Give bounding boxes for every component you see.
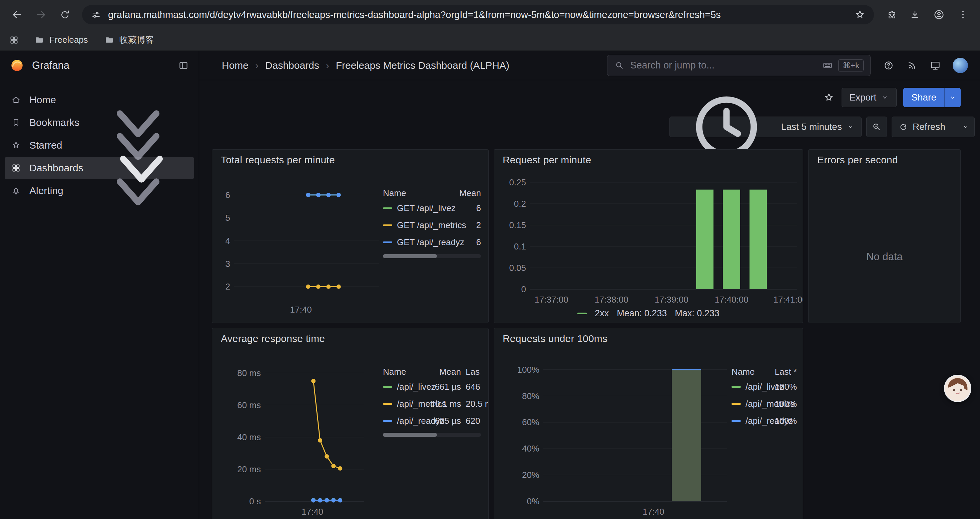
favorite-star-icon[interactable] — [823, 91, 835, 104]
series-label[interactable]: 2xx — [595, 308, 609, 319]
dock-sidebar-icon[interactable] — [177, 59, 189, 72]
refresh-button[interactable]: Refresh — [892, 117, 975, 137]
share-dropdown[interactable] — [944, 88, 961, 107]
extensions-button[interactable] — [880, 4, 902, 26]
svg-text:20 ms: 20 ms — [237, 464, 261, 474]
search-input[interactable]: Search or jump to... ⌘+k — [607, 55, 870, 76]
panel-title[interactable]: Total requests per minute — [221, 154, 335, 166]
legend-row[interactable]: /api/_livez661 µs646 — [383, 378, 481, 395]
panel-total-requests[interactable]: Total requests per minute 2345617:40 Nam… — [212, 149, 488, 323]
reload-button[interactable] — [54, 4, 76, 26]
panel-title[interactable]: Requests under 100ms — [503, 333, 608, 344]
download-icon — [909, 9, 921, 21]
panel-request-per-minute[interactable]: Request per minute 00.050.10.150.20.2517… — [494, 149, 803, 323]
back-button[interactable] — [6, 4, 28, 26]
breadcrumb-item[interactable]: Home — [222, 60, 248, 71]
legend-column-header[interactable]: Mean — [430, 367, 461, 377]
panel-title[interactable]: Errors per second — [817, 154, 898, 166]
panel-title[interactable]: Request per minute — [503, 154, 591, 166]
svg-text:17:38:00: 17:38:00 — [594, 295, 628, 305]
grafana-app: Grafana HomeBookmarksStarredDashboardsAl… — [0, 51, 980, 519]
legend-column-header[interactable]: Name — [383, 188, 449, 198]
panel-requests-under-100ms[interactable]: Requests under 100ms 0%20%40%60%80%100%1… — [494, 328, 803, 519]
breadcrumb-item[interactable]: Dashboards — [265, 60, 319, 71]
average-response-chart[interactable]: 0 s20 ms40 ms60 ms80 ms17:40 — [215, 348, 367, 519]
svg-text:0: 0 — [521, 284, 526, 294]
series-color-chip — [732, 403, 741, 405]
monitor-icon[interactable] — [929, 59, 941, 72]
legend-column-header[interactable]: Name — [732, 367, 767, 377]
legend-row[interactable]: /api/_livez100% — [732, 378, 797, 395]
svg-text:17:40: 17:40 — [643, 507, 664, 517]
chat-widget-avatar[interactable] — [944, 375, 971, 402]
forward-button[interactable] — [30, 4, 52, 26]
user-avatar[interactable] — [953, 58, 968, 73]
export-button[interactable]: Export — [842, 88, 897, 107]
svg-text:60%: 60% — [522, 417, 539, 427]
sidebar-item-label: Home — [29, 94, 56, 105]
time-range-picker[interactable]: Last 5 minutes — [670, 117, 862, 137]
panel-average-response-time[interactable]: Average response time 0 s20 ms40 ms60 ms… — [212, 328, 488, 519]
panel-errors-per-second[interactable]: Errors per second No data — [808, 149, 961, 323]
zoom-out-button[interactable] — [866, 117, 887, 137]
svg-text:80 ms: 80 ms — [237, 368, 261, 378]
series-value: 20.5 r — [461, 399, 481, 409]
series-max: Max: 0.233 — [675, 308, 719, 319]
help-icon[interactable] — [883, 59, 895, 72]
legend-row[interactable]: /api/_metrics40.1 ms20.5 r — [383, 395, 481, 412]
share-button[interactable]: Share — [903, 88, 961, 107]
folder-icon — [104, 35, 115, 45]
chevron-down-icon — [949, 94, 957, 102]
bookmarks-bar: Freeleaps收藏博客 — [0, 29, 980, 51]
legend-scrollbar[interactable] — [383, 254, 481, 258]
zoom-out-icon — [871, 121, 882, 132]
bookmark-star-icon[interactable] — [854, 9, 866, 21]
legend-row[interactable]: /api/_readyz100% — [732, 412, 797, 430]
svg-text:0.2: 0.2 — [514, 199, 526, 209]
legend-scrollbar[interactable] — [383, 433, 481, 437]
legend-row[interactable]: /api/_readyz605 µs620 — [383, 412, 481, 430]
legend[interactable]: 2xx Mean: 0.233 Max: 0.233 — [494, 308, 803, 319]
legend-table[interactable]: NameMeanLas/api/_livez661 µs646/api/_met… — [383, 365, 481, 437]
search-shortcut: ⌘+k — [838, 59, 864, 72]
downloads-button[interactable] — [904, 4, 926, 26]
search-placeholder: Search or jump to... — [630, 60, 817, 71]
series-color-chip — [383, 208, 392, 209]
sidebar-item-label: Dashboards — [29, 162, 83, 174]
sidebar: Grafana HomeBookmarksStarredDashboardsAl… — [0, 51, 199, 519]
legend-column-header[interactable]: Last * — [767, 367, 797, 377]
bookmark-item[interactable]: 收藏博客 — [104, 34, 154, 46]
profile-button[interactable] — [928, 4, 950, 26]
legend-table[interactable]: NameMeanGET /api/_livez6GET /api/_metric… — [383, 186, 481, 258]
browser-menu-button[interactable] — [952, 4, 974, 26]
puzzle-icon — [885, 9, 897, 21]
legend-row[interactable]: GET /api/_metrics2 — [383, 217, 481, 234]
breadcrumb-item[interactable]: Freeleaps Metrics Dashboard (ALPHA) — [336, 60, 509, 71]
legend-row[interactable]: GET /api/_readyz6 — [383, 234, 481, 251]
legend-row[interactable]: GET /api/_livez6 — [383, 200, 481, 217]
legend-table[interactable]: NameLast */api/_livez100%/api/_metrics10… — [732, 365, 797, 430]
total-requests-chart[interactable]: 2345617:40 — [215, 168, 383, 319]
scrollbar-thumb[interactable] — [383, 433, 437, 437]
svg-text:17:39:00: 17:39:00 — [654, 295, 688, 305]
legend-column-header[interactable]: Name — [383, 367, 430, 377]
legend-row[interactable]: /api/_metrics100% — [732, 395, 797, 412]
svg-text:0 s: 0 s — [249, 496, 261, 506]
under-100ms-chart[interactable]: 0%20%40%60%80%100%17:40 — [497, 348, 730, 519]
series-value: 646 — [461, 382, 481, 392]
bookmark-item[interactable]: Freeleaps — [34, 35, 88, 45]
panel-title[interactable]: Average response time — [221, 333, 325, 344]
grafana-logo[interactable] — [10, 58, 25, 73]
legend-column-header[interactable]: Las — [461, 367, 481, 377]
news-rss-icon[interactable] — [906, 59, 918, 72]
no-data-message: No data — [808, 251, 960, 263]
sidebar-item-alerting[interactable]: Alerting — [5, 180, 194, 202]
request-per-minute-chart[interactable]: 00.050.10.150.20.2517:37:0017:38:0017:39… — [497, 166, 801, 313]
svg-text:17:40: 17:40 — [290, 305, 312, 315]
refresh-interval-dropdown[interactable] — [957, 117, 974, 137]
site-settings-icon[interactable] — [90, 9, 102, 21]
scrollbar-thumb[interactable] — [383, 254, 437, 258]
legend-column-header[interactable]: Mean — [449, 188, 481, 198]
address-bar[interactable]: grafana.mathmast.com/d/deytv4rwavabkb/fr… — [82, 5, 874, 24]
apps-grid-icon[interactable] — [9, 35, 19, 45]
